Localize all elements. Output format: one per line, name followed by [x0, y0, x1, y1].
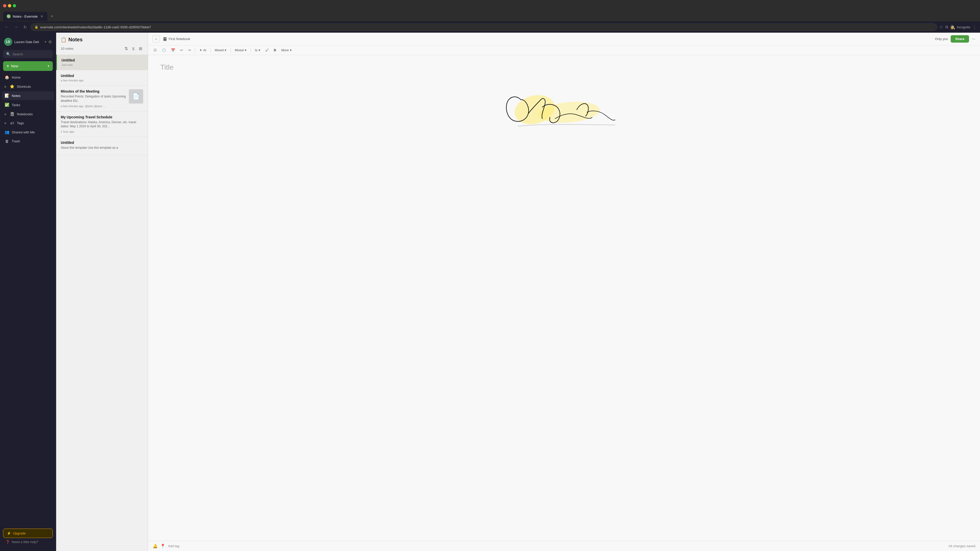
- sidebar-item-notes[interactable]: 📝 Notes: [2, 91, 54, 100]
- redo-button[interactable]: ↪: [186, 47, 193, 53]
- list-item[interactable]: My Upcoming Travel Schedule Travel desti…: [56, 111, 148, 137]
- editor-content[interactable]: Title: [148, 55, 980, 541]
- ai-icon: ✦: [199, 48, 202, 52]
- notebooks-icon: 📓: [10, 112, 14, 116]
- note-tags: @john @jane ...: [85, 105, 105, 108]
- reminder-icon[interactable]: 🔔: [153, 544, 158, 548]
- sidebar-item-notebooks[interactable]: ▶ 📓 Notebooks: [2, 110, 54, 118]
- note-meta: a few minutes ago @john @jane ...: [61, 105, 127, 108]
- upgrade-label: Upgrade: [13, 531, 26, 535]
- filter-button[interactable]: ⧖: [131, 45, 136, 52]
- share-button[interactable]: Share: [951, 35, 969, 43]
- url-text: evernote.com/client/web#/notes/9a2dad8c-…: [40, 25, 933, 29]
- tab-close-button[interactable]: ✕: [40, 14, 44, 19]
- search-bar[interactable]: 🔍 Search: [3, 50, 53, 58]
- sidebar-item-trash[interactable]: 🗑 Trash: [2, 137, 54, 145]
- upgrade-button[interactable]: ⚡ Upgrade: [3, 529, 53, 538]
- notebook-name: First Notebook: [169, 37, 190, 41]
- add-tag-button[interactable]: Add tag: [168, 544, 180, 548]
- note-time: a few minutes ago: [61, 79, 83, 82]
- user-chevron-icon: ▾: [45, 40, 46, 44]
- new-label: New: [11, 64, 46, 68]
- help-label: Need a little help?: [12, 540, 38, 544]
- browser-menu-button[interactable]: ⋮: [972, 24, 977, 30]
- sidebar-item-shared[interactable]: 👥 Shared with Me: [2, 128, 54, 137]
- note-time: Just now: [62, 63, 73, 66]
- view-toggle-button[interactable]: ⊞: [138, 45, 143, 52]
- bookmark-icon[interactable]: ☆: [939, 24, 943, 30]
- bold-button[interactable]: B: [272, 47, 278, 53]
- trash-icon: 🗑: [5, 139, 9, 143]
- heading-dropdown[interactable]: Is ▾: [253, 47, 262, 53]
- sidebar-item-tags[interactable]: ▶ 🏷 Tags: [2, 119, 54, 127]
- sidebar-item-home[interactable]: 🏠 Home: [2, 73, 54, 82]
- note-title: Minutes of the Meeting: [61, 89, 127, 94]
- clock-button[interactable]: 🕐: [160, 47, 168, 53]
- task-button[interactable]: ☑: [151, 47, 159, 53]
- highlight-button[interactable]: 🖊: [263, 47, 271, 53]
- user-menu[interactable]: LD Lauren Dale Deli ▾ ⚙: [0, 36, 56, 49]
- note-preview: Travel destinations: Alaska, America, De…: [61, 120, 143, 129]
- settings-icon[interactable]: ⚙: [48, 40, 52, 44]
- notebook-badge[interactable]: 📓 First Notebook: [163, 37, 190, 41]
- url-bar[interactable]: 🔒 evernote.com/client/web#/notes/9a2dad8…: [30, 24, 937, 31]
- drawing-canvas: [160, 76, 968, 148]
- window-minimize-button[interactable]: [8, 4, 11, 7]
- notes-panel-title-text: Notes: [68, 37, 83, 43]
- new-tab-button[interactable]: +: [48, 13, 56, 20]
- window-maximize-button[interactable]: [13, 4, 16, 7]
- sidebar-item-label: Notebooks: [17, 112, 33, 116]
- undo-button[interactable]: ↩: [178, 47, 185, 53]
- tags-icon: 🏷: [10, 121, 14, 125]
- sort-button[interactable]: ⇅: [124, 45, 129, 52]
- calendar-button[interactable]: 📅: [169, 47, 177, 53]
- font-size-label: Mixed: [235, 48, 244, 52]
- font-style-dropdown[interactable]: Mixed ▾: [213, 47, 228, 53]
- saved-status: All changes saved: [948, 544, 975, 548]
- back-button[interactable]: ←: [3, 24, 10, 30]
- list-item[interactable]: Untitled Just now: [56, 55, 148, 70]
- address-bar: ← → ↻ 🔒 evernote.com/client/web#/notes/9…: [0, 21, 980, 33]
- search-icon: 🔍: [6, 52, 11, 56]
- location-icon[interactable]: 📍: [160, 544, 165, 548]
- notebooks-expand-icon: ▶: [5, 113, 6, 116]
- forward-button[interactable]: →: [12, 24, 19, 30]
- tab-bar: 🐘 Notes - Evernote ✕ +: [0, 11, 980, 21]
- editor-title-field[interactable]: Title: [160, 63, 968, 71]
- list-item[interactable]: Minutes of the Meeting Recorded Points: …: [56, 86, 148, 111]
- pip-icon[interactable]: ⧉: [945, 25, 948, 29]
- new-plus-icon: +: [6, 64, 9, 68]
- sidebar: LD Lauren Dale Deli ▾ ⚙ 🔍 Search + New ▾…: [0, 33, 56, 551]
- new-button[interactable]: + New ▾: [3, 61, 53, 71]
- note-title: Untitled: [62, 58, 143, 62]
- notes-count: 10 notes: [61, 47, 73, 51]
- more-tools-button[interactable]: More ▾: [279, 47, 294, 53]
- new-chevron-icon: ▾: [48, 64, 49, 68]
- notes-list-header: 📋 Notes 10 notes ⇅ ⧖ ⊞: [56, 33, 148, 55]
- sidebar-item-shortcuts[interactable]: ▶ ⭐ Shortcuts: [2, 82, 54, 91]
- active-tab[interactable]: 🐘 Notes - Evernote ✕: [3, 12, 48, 21]
- home-icon: 🏠: [5, 75, 9, 79]
- incognito-label: Incognito: [957, 25, 970, 29]
- list-item[interactable]: Untitled a few minutes ago: [56, 70, 148, 86]
- sidebar-item-label: Shortcuts: [17, 85, 31, 89]
- incognito-badge: 🕵 Incognito: [950, 25, 970, 30]
- more-options-button[interactable]: ···: [972, 36, 975, 41]
- font-style-label: Mixed: [215, 48, 224, 52]
- sidebar-item-label: Trash: [12, 139, 20, 143]
- tasks-icon: ✅: [5, 103, 9, 107]
- note-preview: About this template Use this template as…: [61, 146, 143, 150]
- list-item[interactable]: Untitled About this template Use this te…: [56, 137, 148, 156]
- expand-button[interactable]: ⤢: [153, 35, 160, 43]
- window-close-button[interactable]: [3, 4, 6, 7]
- font-size-dropdown[interactable]: Mixed ▾: [233, 47, 248, 53]
- ai-button[interactable]: ✦ AI: [197, 47, 208, 53]
- search-label: Search: [13, 52, 23, 56]
- notes-actions: ⇅ ⧖ ⊞: [124, 45, 143, 52]
- reload-button[interactable]: ↻: [21, 24, 29, 30]
- help-row[interactable]: ❓ Need a little help?: [3, 538, 53, 546]
- sidebar-item-tasks[interactable]: ✅ Tasks: [2, 100, 54, 109]
- app-container: LD Lauren Dale Deli ▾ ⚙ 🔍 Search + New ▾…: [0, 33, 980, 551]
- editor-drawing: [160, 76, 968, 148]
- notes-panel-title: 📋 Notes: [61, 37, 143, 43]
